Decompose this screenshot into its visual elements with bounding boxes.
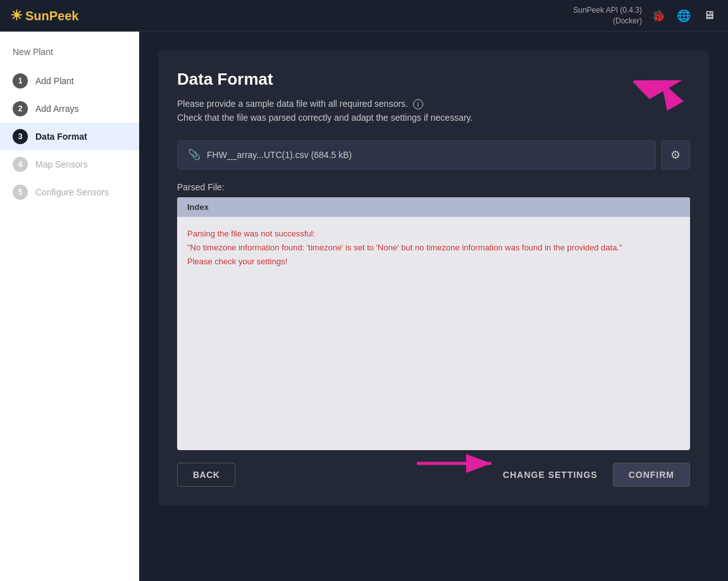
sidebar-item-label-add-arrays: Add Arrays — [35, 104, 78, 114]
right-buttons: CHANGE SETTINGS CONFIRM — [493, 463, 690, 487]
parsed-label: Parsed File: — [177, 182, 690, 192]
data-format-card: Data Format Please provide a sample data… — [158, 51, 709, 506]
sidebar-section-title: New Plant — [0, 47, 139, 67]
sidebar: New Plant 1 Add Plant 2 Add Arrays 3 Dat… — [0, 32, 139, 581]
sidebar-item-add-plant[interactable]: 1 Add Plant — [0, 67, 139, 95]
sidebar-item-data-format[interactable]: 3 Data Format — [0, 123, 139, 150]
main-content: Data Format Please provide a sample data… — [139, 32, 728, 581]
info-icon[interactable]: i — [413, 99, 423, 109]
parsed-table-body: Parsing the file was not successful: "No… — [177, 217, 690, 444]
app-logo-text: SunPeek — [25, 9, 78, 23]
card-desc-line1: Please provide a sample data file with a… — [177, 99, 408, 109]
bug-icon[interactable]: 🐞 — [650, 7, 667, 25]
back-button[interactable]: BACK — [177, 463, 235, 487]
sidebar-item-map-sensors: 4 Map Sensors — [0, 150, 139, 178]
app-version: SunPeek API (0.4.3) (Docker) — [573, 5, 642, 27]
error-line1: Parsing the file was not successful: — [187, 227, 680, 241]
parsed-table: Index Parsing the file was not successfu… — [177, 197, 690, 450]
parsed-table-header: Index — [177, 197, 690, 217]
sidebar-item-add-arrays[interactable]: 2 Add Arrays — [0, 95, 139, 123]
arrow-top-right — [633, 63, 690, 116]
sidebar-item-configure-sensors: 5 Configure Sensors — [0, 178, 139, 206]
sidebar-item-label-data-format: Data Format — [35, 131, 87, 142]
svg-marker-0 — [633, 63, 690, 114]
monitor-icon[interactable]: 🖥 — [700, 7, 718, 25]
file-input-box[interactable]: 📎 FHW__array...UTC(1).csv (684.5 kB) — [177, 140, 656, 169]
gear-icon: ⚙ — [670, 148, 681, 162]
step-num-3: 3 — [13, 129, 28, 144]
navbar: ☀SunPeek SunPeek API (0.4.3) (Docker) 🐞 … — [0, 0, 728, 32]
step-num-2: 2 — [13, 101, 28, 116]
paperclip-icon: 📎 — [188, 149, 201, 161]
card-desc-line2: Check that the file was parsed correctly… — [177, 113, 472, 123]
navbar-right: SunPeek API (0.4.3) (Docker) 🐞 🌐 🖥 — [573, 5, 718, 27]
error-message: Parsing the file was not successful: "No… — [187, 227, 680, 269]
layout: New Plant 1 Add Plant 2 Add Arrays 3 Dat… — [0, 32, 728, 581]
sidebar-item-label-add-plant: Add Plant — [35, 76, 74, 86]
error-line3: Please check your settings! — [187, 255, 680, 269]
confirm-button[interactable]: CONFIRM — [613, 463, 690, 487]
file-upload-row: 📎 FHW__array...UTC(1).csv (684.5 kB) ⚙ — [177, 140, 690, 169]
step-num-5: 5 — [13, 185, 28, 200]
globe-icon[interactable]: 🌐 — [675, 7, 693, 25]
step-num-4: 4 — [13, 157, 28, 172]
error-line2: "No timezone information found: 'timezon… — [187, 241, 680, 255]
sun-icon: ☀ — [10, 8, 23, 23]
file-settings-button[interactable]: ⚙ — [661, 140, 690, 169]
arrow-bottom — [417, 448, 499, 482]
step-num-1: 1 — [13, 73, 28, 89]
card-description: Please provide a sample data file with a… — [177, 97, 690, 125]
card-title: Data Format — [177, 70, 690, 89]
file-name-text: FHW__array...UTC(1).csv (684.5 kB) — [207, 150, 352, 160]
change-settings-button[interactable]: CHANGE SETTINGS — [493, 463, 608, 486]
footer-buttons: BACK CHANGE SETTINGS — [177, 463, 690, 487]
sidebar-item-label-map-sensors: Map Sensors — [35, 159, 87, 169]
sidebar-item-label-configure-sensors: Configure Sensors — [35, 187, 109, 197]
app-logo: ☀SunPeek — [10, 8, 78, 24]
